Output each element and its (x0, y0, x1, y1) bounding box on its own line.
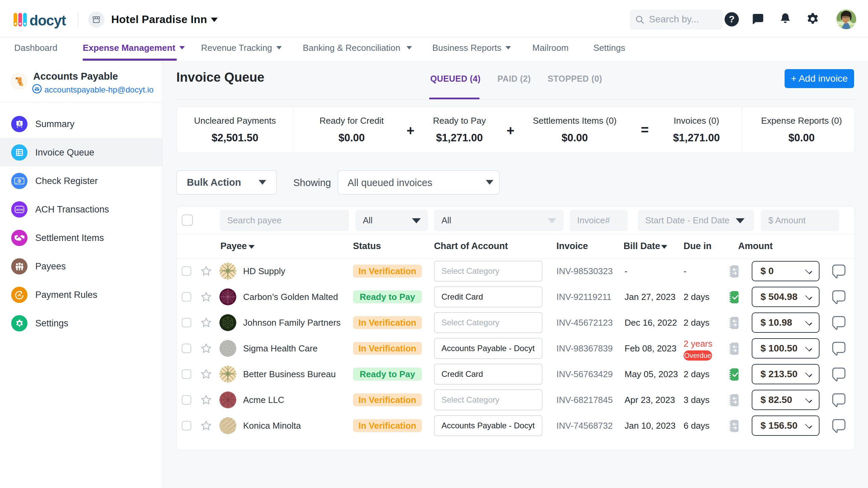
svg-text:ACH: ACH (16, 208, 23, 211)
svg-text:$: $ (19, 179, 20, 183)
svg-text:$: $ (19, 121, 21, 125)
svg-text:docyt: docyt (29, 13, 66, 28)
